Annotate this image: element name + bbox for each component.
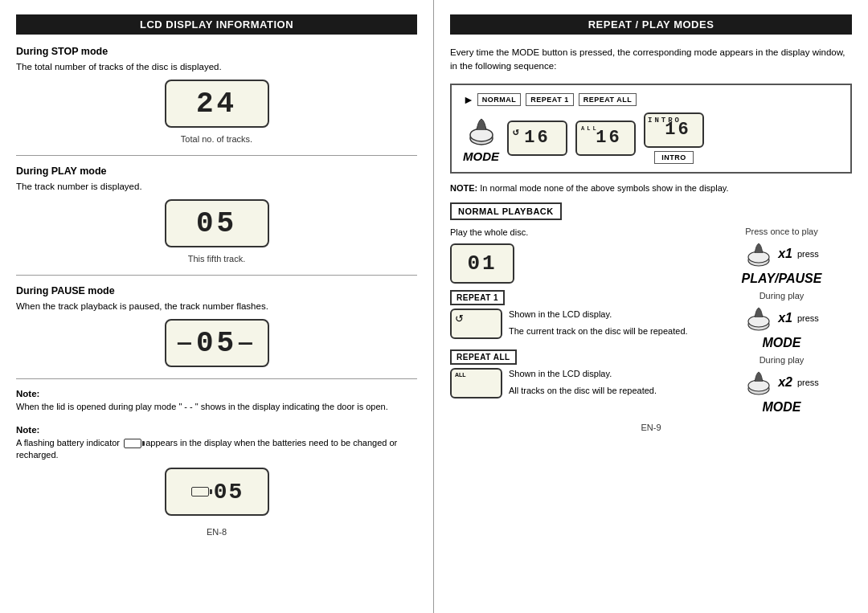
repeat-all-icon: ALL bbox=[455, 372, 466, 378]
note-line: NOTE: In normal mode none of the above s… bbox=[450, 183, 852, 193]
repeat1-text2: The current track on the disc will be re… bbox=[509, 325, 688, 337]
pause-mode-display: 05 bbox=[165, 319, 269, 367]
repeat-all-label: REPEAT ALL bbox=[579, 93, 637, 106]
intro-lcd: INTRO 16 bbox=[644, 112, 704, 148]
intro-label-box: INTRO bbox=[654, 151, 694, 164]
divider-3 bbox=[16, 378, 417, 379]
mode-button-area: MODE bbox=[463, 112, 499, 163]
right-header: REPEAT / PLAY MODES bbox=[450, 14, 852, 35]
battery-display-num: 05 bbox=[214, 480, 244, 505]
battery-display-icon bbox=[191, 487, 209, 497]
during-play-label-1: During play bbox=[760, 291, 805, 300]
stop-mode-text: The total number of tracks of the disc i… bbox=[16, 60, 417, 73]
press-once-label: Press once to play bbox=[745, 227, 818, 236]
repeat-all-text2: All tracks on the disc will be repeated. bbox=[509, 385, 657, 397]
mode-button-row-1: x1 press bbox=[744, 304, 819, 333]
normal-display-num: 01 bbox=[467, 251, 497, 276]
repeat1-lcd: ↺ 16 bbox=[507, 121, 567, 156]
pause-mode-title: During PAUSE mode bbox=[16, 285, 417, 296]
action-column: Press once to play x1 press PLAY/PAUSE D… bbox=[711, 227, 852, 415]
play-mode-display: 05 bbox=[165, 199, 269, 247]
repeat1-row: REPEAT 1 ↺ Shown in the LCD display. The… bbox=[450, 290, 702, 343]
repeat1-icon: ↺ bbox=[513, 125, 522, 138]
mode-btn-label: MODE bbox=[463, 149, 499, 163]
repeat1-badge: REPEAT 1 bbox=[450, 290, 505, 305]
intro-badge: INTRO bbox=[648, 116, 682, 125]
repeat-all-display: ALL bbox=[450, 368, 502, 398]
intro-text: Every time the MODE button is pressed, t… bbox=[450, 46, 852, 74]
divider-1 bbox=[16, 155, 417, 156]
repeat1-desc: Shown in the LCD display. The current tr… bbox=[509, 309, 688, 343]
arrow-right-icon: ► bbox=[463, 93, 474, 106]
during-play-label-2: During play bbox=[760, 355, 805, 365]
note2-label: Note: bbox=[16, 425, 417, 435]
pause-mode-text: When the track playback is paused, the t… bbox=[16, 300, 417, 313]
left-panel: LCD DISPLAY INFORMATION During STOP mode… bbox=[0, 0, 434, 613]
playback-text: Play the whole disc. bbox=[450, 227, 702, 239]
x2-mode-label: x2 bbox=[778, 375, 792, 390]
play-mode-title: During PLAY mode bbox=[16, 166, 417, 177]
play-button-row: x1 press bbox=[744, 239, 819, 268]
mode-button-icon-2 bbox=[744, 368, 773, 397]
repeat1-num: 16 bbox=[524, 128, 550, 148]
mode-button-icon-1 bbox=[744, 304, 773, 333]
note1-text: When the lid is opened during play mode … bbox=[16, 401, 417, 413]
x1-label: x1 bbox=[778, 247, 792, 261]
repeat-all-detail: ALL Shown in the LCD display. All tracks… bbox=[450, 368, 702, 403]
all-badge: ALL bbox=[581, 125, 599, 132]
press-label-3: press bbox=[797, 378, 819, 387]
play-button-icon bbox=[744, 239, 773, 268]
svg-point-5 bbox=[748, 316, 769, 327]
note1-section: Note: When the lid is opened during play… bbox=[16, 389, 417, 413]
repeat-all-row: REPEAT ALL ALL Shown in the LCD display.… bbox=[450, 349, 702, 403]
left-page-num: EN-8 bbox=[16, 527, 417, 537]
right-panel: REPEAT / PLAY MODES Every time the MODE … bbox=[434, 0, 868, 613]
repeat-all-badge: REPEAT ALL bbox=[450, 349, 517, 365]
mode-button-row-2: x2 press bbox=[744, 368, 819, 397]
x1-mode-label: x1 bbox=[778, 311, 792, 325]
stop-mode-title: During STOP mode bbox=[16, 46, 417, 57]
play-mode-section: During PLAY mode The track number is dis… bbox=[16, 166, 417, 264]
stop-mode-section: During STOP mode The total number of tra… bbox=[16, 46, 417, 144]
left-header: LCD DISPLAY INFORMATION bbox=[16, 14, 417, 35]
play-pause-label: PLAY/PAUSE bbox=[742, 272, 822, 286]
battery-display: 05 bbox=[165, 468, 269, 516]
play-mode-text: The track number is displayed. bbox=[16, 180, 417, 193]
normal-playback-header: NORMAL PLAYBACK bbox=[450, 202, 562, 220]
mode-button-icon bbox=[464, 112, 499, 148]
note-strong: NOTE: bbox=[450, 183, 477, 193]
playback-main-row: Play the whole disc. 01 REPEAT 1 ↺ bbox=[450, 227, 852, 415]
mode-label-1: MODE bbox=[763, 336, 801, 350]
repeat1-r-icon: ↺ bbox=[455, 313, 464, 325]
normal-playback-section: NORMAL PLAYBACK Play the whole disc. 01 … bbox=[450, 202, 852, 415]
svg-point-7 bbox=[748, 380, 769, 391]
page: LCD DISPLAY INFORMATION During STOP mode… bbox=[0, 0, 868, 613]
mode-displays-row: MODE ↺ 16 ALL 16 INTRO 16 bbox=[463, 112, 839, 164]
play-mode-caption: This fifth track. bbox=[16, 254, 417, 264]
note-line-text: In normal mode none of the above symbols… bbox=[480, 183, 728, 193]
press-label-1: press bbox=[797, 249, 819, 259]
note2-section: Note: A flashing battery indicator appea… bbox=[16, 425, 417, 517]
repeat1-detail: ↺ Shown in the LCD display. The current … bbox=[450, 309, 702, 343]
mode-labels-row: ► NORMAL REPEAT 1 REPEAT ALL bbox=[463, 93, 839, 106]
intro-lcd-group: INTRO 16 INTRO bbox=[644, 112, 704, 164]
normal-label: NORMAL bbox=[477, 93, 522, 106]
press-label-2: press bbox=[797, 313, 819, 323]
repeat-all-lcd: ALL 16 bbox=[575, 121, 636, 156]
repeat1-display: ↺ bbox=[450, 309, 502, 339]
pause-mode-section: During PAUSE mode When the track playbac… bbox=[16, 285, 417, 367]
mode-label-2: MODE bbox=[763, 400, 801, 415]
svg-point-1 bbox=[470, 129, 493, 141]
divider-2 bbox=[16, 275, 417, 276]
repeat-all-desc: Shown in the LCD display. All tracks on … bbox=[509, 368, 657, 403]
battery-icon bbox=[124, 439, 141, 448]
repeat-all-text1: Shown in the LCD display. bbox=[509, 368, 657, 380]
stop-mode-display: 24 bbox=[165, 80, 269, 128]
repeat-all-num: 16 bbox=[596, 128, 621, 148]
right-page-num: EN-9 bbox=[450, 423, 852, 432]
repeat1-label: REPEAT 1 bbox=[526, 93, 573, 106]
mode-diagram: ► NORMAL REPEAT 1 REPEAT ALL MODE bbox=[450, 84, 852, 174]
repeat1-text1: Shown in the LCD display. bbox=[509, 309, 688, 321]
playback-main-left: Play the whole disc. 01 REPEAT 1 ↺ bbox=[450, 227, 702, 403]
note1-label: Note: bbox=[16, 389, 417, 398]
